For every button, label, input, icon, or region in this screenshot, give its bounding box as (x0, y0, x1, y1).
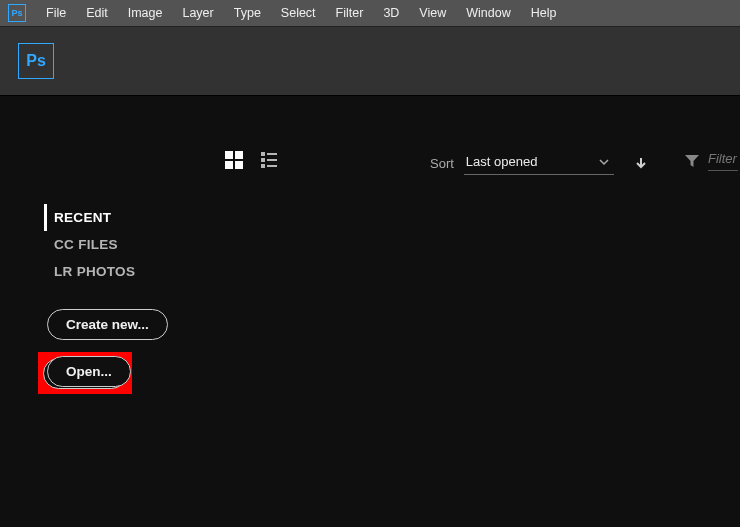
chevron-down-icon (598, 156, 610, 168)
grid-view-icon[interactable] (225, 151, 243, 169)
buttons-area: Create new... Open... (47, 309, 168, 387)
menu-file[interactable]: File (36, 0, 76, 26)
toolbar: Ps (0, 26, 740, 96)
menu-window[interactable]: Window (456, 0, 520, 26)
sidebar: RECENT CC FILES LR PHOTOS (44, 204, 145, 285)
create-new-button[interactable]: Create new... (47, 309, 168, 340)
list-view-icon[interactable] (261, 151, 279, 169)
app-logo: Ps (18, 43, 54, 79)
menu-help[interactable]: Help (521, 0, 567, 26)
menu-edit[interactable]: Edit (76, 0, 118, 26)
sort-direction-icon[interactable] (634, 156, 648, 170)
menu-layer[interactable]: Layer (172, 0, 223, 26)
sort-selected-value: Last opened (466, 154, 538, 169)
menu-image[interactable]: Image (118, 0, 173, 26)
sort-label: Sort (430, 156, 454, 171)
filter-input[interactable]: Filter (708, 151, 738, 171)
sidebar-item-cc-files[interactable]: CC FILES (44, 231, 145, 258)
menu-filter[interactable]: Filter (326, 0, 374, 26)
sort-control: Sort Last opened (430, 151, 648, 175)
menu-view[interactable]: View (409, 0, 456, 26)
open-button[interactable]: Open... (47, 356, 131, 387)
menu-type[interactable]: Type (224, 0, 271, 26)
menu-3d[interactable]: 3D (373, 0, 409, 26)
funnel-icon[interactable] (684, 153, 700, 169)
app-icon-small: Ps (8, 4, 26, 22)
sort-select[interactable]: Last opened (464, 151, 614, 175)
filter-control: Filter (684, 151, 738, 171)
menubar: Ps File Edit Image Layer Type Select Fil… (0, 0, 740, 26)
sidebar-item-recent[interactable]: RECENT (44, 204, 145, 231)
workspace: Sort Last opened Filter RECENT CC FILES … (0, 96, 740, 527)
menu-select[interactable]: Select (271, 0, 326, 26)
sidebar-item-lr-photos[interactable]: LR PHOTOS (44, 258, 145, 285)
